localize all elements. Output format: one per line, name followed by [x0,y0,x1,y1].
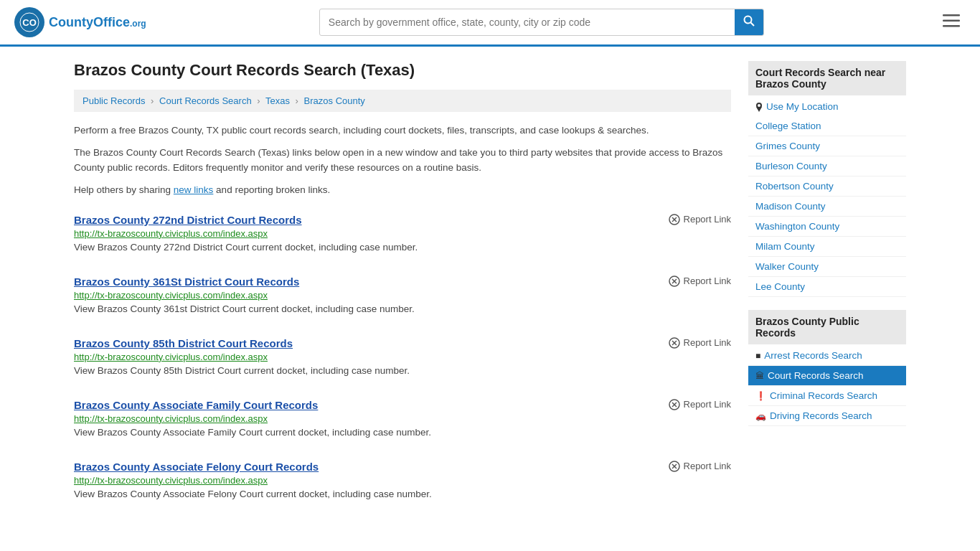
desc-para-3: Help others by sharing new links and rep… [74,183,731,198]
sidebar-nearby-item[interactable]: Lee County [748,277,906,297]
search-bar [319,9,764,36]
sidebar-record-icon: 🏛 [755,371,764,381]
sidebar-nearby-item[interactable]: Madison County [748,197,906,217]
svg-rect-5 [943,20,960,22]
record-title[interactable]: Brazos County Associate Felony Court Rec… [74,461,319,473]
record-header: Brazos County Associate Felony Court Rec… [74,461,731,473]
record-url[interactable]: http://tx-brazoscounty.civicplus.com/ind… [74,290,731,301]
sidebar-nearby-link[interactable]: Lee County [755,281,805,292]
record-desc: View Brazos County 272nd District Court … [74,242,731,253]
record-item: Brazos County Associate Felony Court Rec… [74,461,731,507]
report-link-0[interactable]: Report Link [669,214,731,225]
desc-para-1: Perform a free Brazos County, TX public … [74,123,731,138]
desc-para-2: The Brazos County Court Records Search (… [74,146,731,176]
record-item: Brazos County Associate Family Court Rec… [74,399,731,445]
svg-rect-6 [943,25,960,27]
record-desc: View Brazos County 361st District Court … [74,303,731,314]
sidebar-public-records-item[interactable]: ❗Criminal Records Search [748,386,906,406]
main-container: Brazos County Court Records Search (Texa… [60,47,920,521]
report-link-2[interactable]: Report Link [669,337,731,349]
sidebar-nearby-link[interactable]: Milam County [755,241,815,252]
logo-text: CountyOffice.org [49,15,146,30]
sidebar-nearby-link[interactable]: Grimes County [755,141,820,151]
sidebar-record-icon: 🚗 [755,411,766,421]
record-title[interactable]: Brazos County 272nd District Court Recor… [74,214,302,226]
use-location[interactable]: Use My Location [748,97,906,116]
sidebar-record-icon: ■ [755,351,760,361]
sidebar-public-records-link[interactable]: Arrest Records Search [764,350,862,361]
public-records-list: ■Arrest Records Search🏛Court Records Sea… [748,346,906,426]
record-desc: View Brazos County 85th District Court c… [74,365,731,376]
menu-button[interactable] [937,10,966,34]
svg-point-24 [758,104,760,107]
sidebar-nearby-link[interactable]: Walker County [755,261,819,272]
logo-area: CO CountyOffice.org [14,7,146,37]
sidebar-public-records-item[interactable]: 🚗Driving Records Search [748,406,906,426]
record-title[interactable]: Brazos County Associate Family Court Rec… [74,399,318,411]
record-url[interactable]: http://tx-brazoscounty.civicplus.com/ind… [74,228,731,239]
report-link-3[interactable]: Report Link [669,399,731,410]
sidebar-nearby-link[interactable]: Burleson County [755,161,827,171]
record-header: Brazos County 85th District Court Record… [74,337,731,349]
search-input[interactable] [320,11,735,34]
record-desc: View Brazos County Associate Family Cour… [74,427,731,438]
location-pin-icon [755,102,763,112]
record-title[interactable]: Brazos County 361St District Court Recor… [74,276,299,288]
breadcrumb-court-records[interactable]: Court Records Search [159,95,252,106]
svg-line-3 [750,23,754,27]
record-item: Brazos County 361St District Court Recor… [74,276,731,321]
sidebar-public-records-link[interactable]: Criminal Records Search [770,390,877,401]
record-title[interactable]: Brazos County 85th District Court Record… [74,337,293,349]
use-location-link[interactable]: Use My Location [766,101,839,112]
sidebar-nearby-link[interactable]: Robertson County [755,181,834,192]
nearby-section-title: Court Records Search near Brazos County [748,61,906,95]
report-link-1[interactable]: Report Link [669,276,731,287]
sidebar-nearby-item[interactable]: College Station [748,116,906,136]
sidebar-public-records-link[interactable]: Driving Records Search [770,410,872,421]
record-item: Brazos County 272nd District Court Recor… [74,214,731,260]
logo-icon: CO [14,7,44,37]
report-link-4[interactable]: Report Link [669,461,731,472]
sidebar: Court Records Search near Brazos County … [748,61,906,507]
record-header: Brazos County Associate Family Court Rec… [74,399,731,411]
new-links-link[interactable]: new links [174,184,214,195]
sidebar-nearby-link[interactable]: Washington County [755,221,839,232]
sidebar-public-records-item[interactable]: ■Arrest Records Search [748,346,906,366]
record-item: Brazos County 85th District Court Record… [74,337,731,383]
record-url[interactable]: http://tx-brazoscounty.civicplus.com/ind… [74,413,731,424]
svg-rect-4 [943,14,960,17]
breadcrumb-public-records[interactable]: Public Records [83,95,145,106]
site-header: CO CountyOffice.org [0,0,980,47]
record-url[interactable]: http://tx-brazoscounty.civicplus.com/ind… [74,352,731,362]
sidebar-public-records-item[interactable]: 🏛Court Records Search [748,366,906,386]
report-icon [669,276,680,287]
page-title: Brazos County Court Records Search (Texa… [74,61,731,80]
sidebar-nearby-item[interactable]: Milam County [748,237,906,257]
sidebar-nearby-item[interactable]: Burleson County [748,156,906,176]
svg-marker-23 [756,107,762,112]
sidebar-nearby-link[interactable]: Madison County [755,201,826,212]
breadcrumb: Public Records › Court Records Search › … [74,90,731,112]
report-icon [669,214,680,225]
breadcrumb-brazos-county[interactable]: Brazos County [304,95,365,106]
sidebar-public-records-link[interactable]: Court Records Search [768,370,864,381]
record-url[interactable]: http://tx-brazoscounty.civicplus.com/ind… [74,475,731,486]
content-area: Brazos County Court Records Search (Texa… [74,61,731,507]
record-header: Brazos County 361St District Court Recor… [74,276,731,288]
public-records-section-title: Brazos County Public Records [748,310,906,344]
description-area: Perform a free Brazos County, TX public … [74,123,731,198]
svg-point-2 [744,17,751,24]
record-header: Brazos County 272nd District Court Recor… [74,214,731,226]
sidebar-nearby-item[interactable]: Walker County [748,257,906,277]
report-icon [669,461,680,472]
breadcrumb-texas[interactable]: Texas [265,95,290,106]
sidebar-nearby-item[interactable]: Robertson County [748,176,906,197]
sidebar-nearby-item[interactable]: Grimes County [748,136,906,156]
sidebar-nearby-link[interactable]: College Station [755,121,821,131]
report-icon [669,337,680,349]
search-button[interactable] [735,9,763,35]
record-desc: View Brazos County Associate Felony Cour… [74,489,731,499]
report-icon [669,399,680,410]
sidebar-nearby-item[interactable]: Washington County [748,217,906,237]
records-container: Brazos County 272nd District Court Recor… [74,214,731,507]
